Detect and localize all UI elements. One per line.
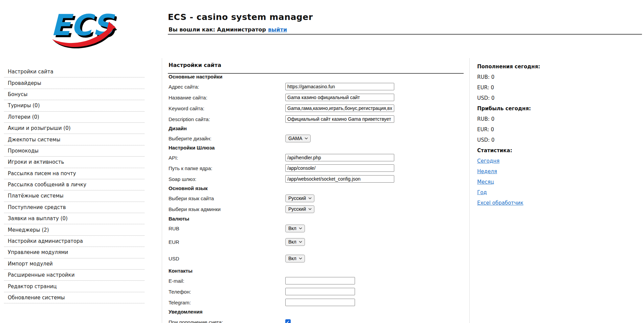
sidebar-item-lotteries[interactable]: Лотереи (0)	[4, 112, 145, 123]
core-path-input[interactable]	[285, 164, 394, 172]
deposit-notification-checkbox[interactable]: ✓	[285, 319, 291, 323]
site-name-input[interactable]	[285, 94, 394, 101]
site-keyword-label: Keyword сайта:	[169, 106, 285, 111]
site-address-row: Адрес сайта:	[169, 81, 394, 92]
design-row: Выберите дизайн: GAMA	[169, 134, 311, 142]
soap-row: Soap шлюз:	[169, 174, 394, 184]
phone-input[interactable]	[285, 288, 355, 295]
chevron-down-icon	[299, 257, 302, 259]
site-keyword-input[interactable]	[285, 105, 394, 112]
eur-select-value: Вкл	[288, 239, 296, 245]
usd-select-value: Вкл	[288, 256, 296, 261]
sidebar-item-system-update[interactable]: Обновление системы	[4, 292, 145, 303]
sidebar-item-payment-systems[interactable]: Платёжные системы	[4, 190, 145, 202]
chevron-down-icon	[305, 137, 308, 139]
sidebar-item-pm-broadcast[interactable]: Рассылка сообщений в личку	[4, 179, 145, 190]
sidebar-item-promocodes[interactable]: Промокоды	[4, 145, 145, 157]
stats-link-week[interactable]: Неделя	[477, 168, 497, 175]
eur-row: EUR Вкл	[169, 238, 305, 246]
site-keyword-row: Keyword сайта:	[169, 103, 394, 114]
sidebar-item-providers[interactable]: Провайдеры	[4, 77, 145, 89]
sidebar-item-players[interactable]: Игроки и активность	[4, 157, 145, 168]
site-description-row: Description сайта:	[169, 114, 394, 124]
design-select-value: GAMA	[288, 136, 302, 141]
sidebar-item-incoming-funds[interactable]: Поступление средств	[4, 202, 145, 213]
ecs-logo-image: ECS ECS	[47, 7, 117, 51]
sidebar-item-tournaments[interactable]: Турниры (0)	[4, 100, 145, 111]
site-language-label: Выбери язык сайта	[169, 195, 285, 201]
sidebar-item-payout-requests[interactable]: Заявки на выплату (0)	[4, 213, 145, 224]
deposits-rub-value: RUB: 0	[477, 72, 567, 82]
deposits-today-title: Пополнения сегодня:	[477, 61, 567, 72]
profit-today-title: Прибыль сегодня:	[477, 103, 567, 114]
rub-select[interactable]: Вкл	[285, 225, 305, 232]
sidebar-item-page-editor[interactable]: Редактор страниц	[4, 281, 145, 292]
email-input[interactable]	[285, 277, 355, 284]
profit-rub-value: RUB: 0	[477, 114, 567, 124]
section-notifications: Уведомления	[169, 309, 202, 315]
sidebar-item-jackpots[interactable]: Джекпоты системы	[4, 134, 145, 145]
sidebar-menu: Настройки сайта Провайдеры Бонусы Турнир…	[4, 66, 145, 303]
deposit-notify-label: При пополнение счета:	[169, 319, 285, 323]
site-language-select[interactable]: Русский	[285, 194, 314, 202]
api-row: API:	[169, 152, 394, 163]
site-description-label: Description сайта:	[169, 116, 285, 122]
telegram-row: Telegram:	[169, 297, 355, 308]
main-right-separator	[469, 58, 470, 323]
chevron-down-icon	[299, 227, 302, 229]
panel-title: Настройки сайта	[169, 62, 221, 68]
sidebar-item-module-management[interactable]: Управление модулями	[4, 247, 145, 258]
statistics-title: Статистика:	[477, 145, 567, 156]
usd-row: USD Вкл	[169, 254, 305, 262]
soap-label: Soap шлюз:	[169, 176, 285, 182]
section-basic-settings: Основные настройки	[169, 74, 222, 79]
api-label: API:	[169, 155, 285, 161]
phone-label: Телефон:	[169, 289, 285, 295]
stats-panel: Пополнения сегодня: RUB: 0 EUR: 0 USD: 0…	[477, 61, 567, 208]
rub-label: RUB	[169, 226, 285, 231]
eur-select[interactable]: Вкл	[285, 238, 305, 246]
sidebar-item-mail-broadcast[interactable]: Рассылка писем на почту	[4, 168, 145, 179]
sidebar-item-site-settings[interactable]: Настройки сайта	[4, 66, 145, 77]
usd-select[interactable]: Вкл	[285, 255, 305, 262]
logout-link[interactable]: выйти	[268, 26, 287, 33]
telegram-label: Telegram:	[169, 300, 285, 305]
sidebar-item-module-import[interactable]: Импорт модулей	[4, 258, 145, 270]
telegram-input[interactable]	[285, 299, 355, 306]
core-path-label: Путь к папке ядра:	[169, 165, 285, 171]
sidebar-item-promotions[interactable]: Акции и розыгрыши (0)	[4, 123, 145, 134]
section-contacts: Контакты	[169, 268, 193, 274]
soap-input[interactable]	[285, 175, 394, 183]
site-address-input[interactable]	[285, 83, 394, 90]
main-left-separator	[162, 58, 162, 323]
section-gateway: Настройки Шлюза	[169, 145, 215, 151]
sidebar-item-admin-settings[interactable]: Настройки администратора	[4, 236, 145, 247]
usd-label: USD	[169, 256, 285, 261]
chevron-down-icon	[299, 241, 302, 243]
header-divider	[168, 34, 642, 35]
design-label: Выберите дизайн:	[169, 136, 285, 141]
phone-row: Телефон:	[169, 286, 355, 297]
site-description-input[interactable]	[285, 115, 394, 123]
admin-language-value: Русский	[288, 206, 306, 212]
admin-language-label: Выбери язык админки	[169, 206, 285, 212]
profit-eur-value: EUR: 0	[477, 124, 567, 135]
admin-language-select[interactable]: Русский	[285, 205, 314, 213]
section-language: Основной язык	[169, 186, 208, 191]
login-status-text: Вы вошли как: Администратор	[169, 26, 266, 33]
deposits-usd-value: USD: 0	[477, 93, 567, 103]
api-input[interactable]	[285, 154, 394, 161]
stats-link-today[interactable]: Сегодня	[477, 158, 499, 164]
stats-link-month[interactable]: Месяц	[477, 179, 494, 185]
sidebar-item-bonuses[interactable]: Бонусы	[4, 89, 145, 100]
eur-label: EUR	[169, 239, 285, 245]
site-name-label: Название сайта:	[169, 95, 285, 100]
sidebar-item-advanced-settings[interactable]: Расширенные настройки	[4, 270, 145, 281]
design-select[interactable]: GAMA	[285, 135, 311, 142]
stats-link-excel[interactable]: Excel обработчик	[477, 200, 523, 206]
site-address-label: Адрес сайта:	[169, 84, 285, 90]
sidebar-item-managers[interactable]: Менеджеры (2)	[4, 224, 145, 235]
section-design: Дизайн	[169, 126, 187, 131]
stats-link-year[interactable]: Год	[477, 189, 487, 195]
rub-select-value: Вкл	[288, 226, 296, 231]
